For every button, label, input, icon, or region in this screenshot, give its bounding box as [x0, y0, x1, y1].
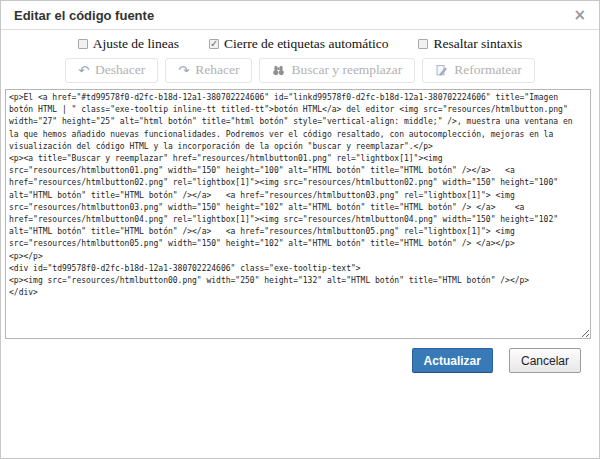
redo-button[interactable]: ↷ Rehacer	[165, 58, 252, 83]
undo-button[interactable]: ↶ Deshacer	[65, 58, 158, 83]
redo-icon: ↷	[178, 64, 189, 77]
search-replace-label: Buscar y reemplazar	[291, 62, 402, 78]
dialog-title: Editar el código fuente	[14, 8, 154, 23]
dialog-footer: Actualizar Cancelar	[1, 348, 581, 373]
checkbox-auto-close-tags[interactable]	[209, 39, 219, 49]
redo-label: Rehacer	[195, 62, 239, 78]
search-replace-button[interactable]: Buscar y reemplazar	[259, 58, 415, 83]
option-line-wrap[interactable]: Ajuste de lineas	[78, 36, 179, 52]
cancel-button[interactable]: Cancelar	[509, 348, 581, 373]
option-label: Resaltar sintaxis	[433, 36, 522, 52]
options-row: Ajuste de lineas Cierre de etiquetas aut…	[1, 36, 599, 52]
editor-toolbar: ↶ Deshacer ↷ Rehacer Buscar y reemplazar	[1, 57, 599, 83]
option-syntax-highlight[interactable]: Resaltar sintaxis	[418, 36, 522, 52]
option-label: Cierre de etiquetas automático	[224, 36, 389, 52]
reformat-button[interactable]: Reformatear	[422, 58, 534, 83]
edit-source-dialog: Editar el código fuente × Ajuste de line…	[0, 0, 600, 459]
option-auto-close-tags[interactable]: Cierre de etiquetas automático	[209, 36, 389, 52]
undo-label: Deshacer	[95, 62, 145, 78]
option-label: Ajuste de lineas	[93, 36, 179, 52]
source-code-textarea[interactable]: <p>El <a href="#td99578f0-d2fc-b18d-12a1…	[5, 89, 591, 339]
checkbox-line-wrap[interactable]	[78, 39, 88, 49]
reformat-icon	[435, 64, 448, 77]
binoculars-icon	[272, 64, 285, 77]
reformat-label: Reformatear	[454, 62, 521, 78]
undo-icon: ↶	[78, 64, 89, 77]
update-button[interactable]: Actualizar	[412, 348, 493, 373]
checkbox-syntax-highlight[interactable]	[418, 39, 428, 49]
dialog-header: Editar el código fuente ×	[1, 1, 599, 30]
close-icon[interactable]: ×	[573, 8, 586, 23]
